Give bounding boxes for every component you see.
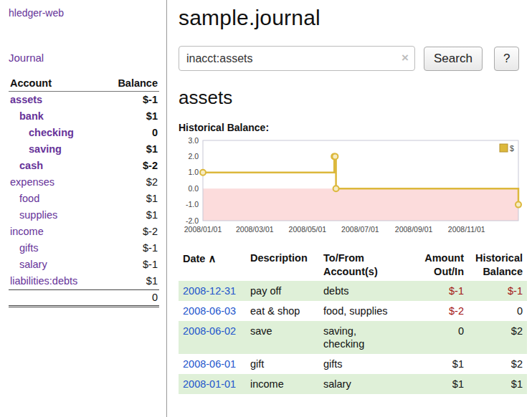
svg-text:1.0: 1.0 (188, 168, 199, 176)
account-link[interactable]: expenses (10, 176, 54, 188)
sidebar: hledger-web Journal Account Balance asse… (0, 0, 167, 417)
account-balance: $1 (103, 207, 159, 224)
accounts-table-body: assets$-1bank$1checking0saving$1cash$-2e… (9, 92, 159, 290)
transaction-balance: $2 (468, 321, 527, 354)
transaction-balance: $2 (468, 354, 527, 374)
svg-text:2008/11/01: 2008/11/01 (448, 225, 485, 234)
account-row: bank$1 (9, 108, 159, 125)
account-link[interactable]: cash (10, 160, 43, 172)
transaction-accounts: food, supplies (319, 301, 418, 321)
search-input[interactable] (179, 46, 415, 71)
account-row: supplies$1 (9, 207, 159, 224)
svg-text:-2.0: -2.0 (186, 216, 199, 225)
svg-text:3.0: 3.0 (188, 136, 199, 145)
account-link[interactable]: gifts (10, 242, 39, 254)
account-link[interactable]: liabilities:debts (10, 275, 77, 287)
svg-text:2008/07/01: 2008/07/01 (341, 225, 379, 234)
register-table: Date∧ Description To/From Account(s) Amo… (179, 249, 527, 394)
transaction-description: pay off (246, 281, 319, 301)
account-link[interactable]: supplies (10, 209, 57, 221)
transaction-amount: $-2 (418, 301, 468, 321)
search-button[interactable]: Search (424, 47, 483, 71)
chart-heading: Historical Balance: (179, 122, 525, 133)
register-header-balance: Historical Balance (468, 249, 527, 281)
transaction-description: gift (246, 354, 319, 374)
transaction-accounts: saving, checking (319, 321, 418, 354)
transaction-amount: $1 (418, 374, 468, 394)
account-balance: $-1 (103, 240, 159, 257)
page-title: sample.journal (179, 6, 525, 30)
account-balance: $-1 (103, 257, 159, 273)
transaction-row: 2008-06-02savesaving, checking0$2 (179, 321, 527, 354)
sidebar-item-journal[interactable]: Journal (9, 52, 159, 64)
account-row: food$1 (9, 191, 159, 207)
account-link[interactable]: assets (10, 94, 42, 106)
account-row: expenses$2 (9, 174, 159, 191)
transaction-date-link[interactable]: 2008-06-01 (183, 358, 236, 370)
account-row: assets$-1 (9, 92, 159, 109)
transaction-balance: $1 (468, 374, 527, 394)
clear-search-icon[interactable]: × (402, 51, 409, 65)
transaction-amount: $-1 (418, 281, 468, 301)
register-header-date[interactable]: Date (183, 253, 205, 264)
transaction-accounts: debts (319, 281, 418, 301)
account-link[interactable]: bank (10, 110, 44, 123)
register-header-amount: Amount Out/In (418, 249, 468, 281)
transaction-amount: $1 (418, 354, 468, 374)
transaction-description: eat & shop (246, 301, 319, 321)
account-link[interactable]: checking (10, 127, 74, 139)
account-link[interactable]: salary (10, 259, 47, 271)
accounts-header-account: Account (9, 75, 103, 92)
accounts-total-row: 0 (9, 290, 159, 307)
register-header-accounts: To/From Account(s) (319, 249, 418, 281)
svg-text:2008/09/01: 2008/09/01 (395, 225, 433, 234)
transaction-accounts: salary (319, 374, 418, 394)
account-row: cash$-2 (9, 158, 159, 174)
transaction-date-link[interactable]: 2008-12-31 (183, 285, 236, 297)
help-button[interactable]: ? (494, 47, 519, 71)
account-balance: $2 (103, 174, 159, 191)
main-content: sample.journal × Search ? assets Histori… (167, 0, 532, 417)
account-row: salary$-1 (9, 257, 159, 273)
transaction-date-link[interactable]: 2008-01-01 (183, 378, 236, 390)
app-title-link[interactable]: hledger-web (9, 7, 159, 19)
account-link[interactable]: saving (10, 143, 62, 155)
register-header-description: Description (246, 249, 319, 281)
account-row: gifts$-1 (9, 240, 159, 257)
transaction-amount: 0 (418, 321, 468, 354)
transaction-accounts: gifts (319, 354, 418, 374)
account-row: liabilities:debts$1 (9, 273, 159, 290)
register-header-row: Date∧ Description To/From Account(s) Amo… (179, 249, 527, 281)
svg-text:$: $ (510, 144, 514, 153)
account-balance: $1 (103, 191, 159, 207)
register-table-body: 2008-12-31pay offdebts$-1$-12008-06-03ea… (179, 281, 527, 394)
account-balance: $1 (103, 108, 159, 125)
accounts-table: Account Balance assets$-1bank$1checking0… (9, 75, 159, 307)
sort-ascending-icon[interactable]: ∧ (208, 252, 216, 264)
transaction-date-link[interactable]: 2008-06-03 (183, 305, 236, 317)
account-balance: $1 (103, 141, 159, 158)
accounts-header-row: Account Balance (9, 75, 159, 92)
account-row: saving$1 (9, 141, 159, 158)
account-row: income$-2 (9, 224, 159, 240)
account-balance: 0 (103, 125, 159, 141)
transaction-date-link[interactable]: 2008-06-02 (183, 325, 236, 337)
transaction-balance: 0 (468, 301, 527, 321)
accounts-total-balance: 0 (103, 290, 159, 307)
historical-balance-chart: 3.02.01.00.0-1.0-2.02008/01/012008/03/01… (179, 136, 526, 244)
transaction-description: income (246, 374, 319, 394)
app-layout: hledger-web Journal Account Balance asse… (0, 0, 532, 417)
account-link[interactable]: food (10, 193, 39, 205)
svg-text:2.0: 2.0 (188, 152, 199, 160)
account-link[interactable]: income (10, 226, 44, 238)
account-balance: $-1 (103, 92, 159, 109)
transaction-description: save (246, 321, 319, 354)
search-bar: × Search ? (179, 46, 525, 71)
svg-text:2008/01/01: 2008/01/01 (184, 225, 222, 234)
transaction-row: 2008-06-01giftgifts$1$2 (179, 354, 527, 374)
transaction-row: 2008-01-01incomesalary$1$1 (179, 374, 527, 394)
svg-text:0.0: 0.0 (188, 184, 199, 193)
account-heading: assets (179, 87, 525, 109)
account-balance: $1 (103, 273, 159, 290)
accounts-header-balance: Balance (103, 75, 159, 92)
